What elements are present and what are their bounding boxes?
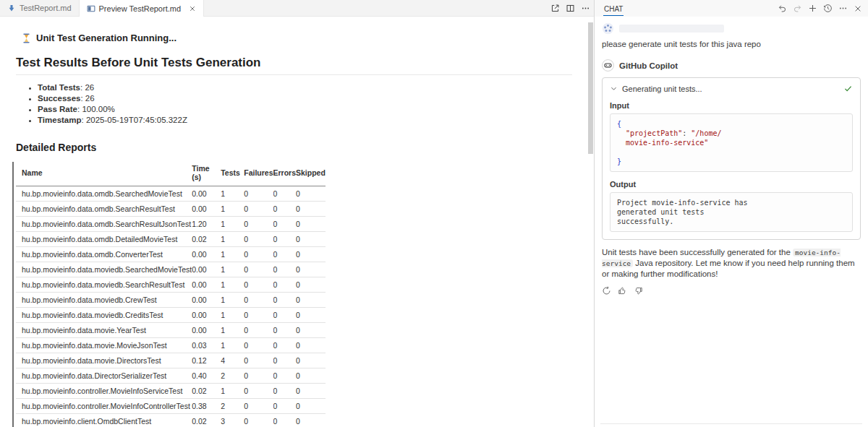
tab-testreport-md[interactable]: TestReport.md [0,0,80,16]
thumbs-down-icon[interactable] [634,286,643,296]
table-row: hu.bp.movieinfo.controller.MovieInfoServ… [16,384,326,399]
close-panel-icon[interactable] [854,4,862,13]
table-row: hu.bp.movieinfo.data.movie.DirectorsTest… [16,353,326,368]
user-avatar [602,22,614,35]
chat-panel-header: CHAT [595,0,868,17]
page-title-text: Unit Test Generation Running... [36,33,176,43]
output-label: Output [610,180,853,189]
page-title: Unit Test Generation Running... [22,33,572,43]
markdown-file-icon [7,4,16,12]
close-tab-icon[interactable] [189,5,196,12]
assistant-name: GitHub Copilot [619,61,678,70]
table-row: hu.bp.movieinfo.data.moviedb.CrewTest 0.… [16,293,326,308]
input-label: Input [610,101,853,110]
summary-item: Pass Rate: 100.00% [38,105,572,113]
editor-group: TestReport.md Preview TestReport.md [0,0,594,427]
output-code-block: Project movie-info-service has generated… [610,192,853,232]
chat-input-divider [600,423,862,424]
editor-tab-bar: TestReport.md Preview TestReport.md [0,0,594,17]
split-editor-icon[interactable] [566,4,575,13]
retry-icon[interactable] [602,286,611,296]
column-header-skipped: Skipped [296,160,326,186]
table-row: hu.bp.movieinfo.data.omdb.SearchResultJs… [16,217,326,232]
table-row: hu.bp.movieinfo.data.omdb.DetailedMovieT… [16,232,326,247]
chat-panel-tab[interactable]: CHAT [603,1,624,16]
table-row: hu.bp.movieinfo.data.omdb.SearchedMovieT… [16,186,326,202]
table-row: hu.bp.movieinfo.data.moviedb.SearchedMov… [16,262,326,277]
open-changes-icon[interactable] [550,4,560,13]
json-value: "/home/ [691,129,721,137]
reports-table: Name Time (s) Tests Failures Errors Skip… [16,160,326,427]
column-header-failures: Failures [244,160,273,186]
user-message-header [602,22,861,35]
assistant-response: Unit tests have been successfully genera… [602,247,861,280]
chat-body: please generate unit tests for this java… [595,17,868,296]
hourglass-icon [22,33,31,43]
json-brace: { [617,120,621,128]
history-icon[interactable] [823,4,833,13]
response-feedback-bar [602,286,861,296]
summary-item: Total Tests: 26 [38,83,572,92]
output-line: Project movie-info-service has [617,198,846,207]
json-brace: } [617,158,621,165]
summary-list: Total Tests: 26Successes: 26Pass Rate: 1… [16,83,572,124]
redo-icon[interactable] [793,4,802,13]
table-row: hu.bp.movieinfo.data.moviedb.SearchResul… [16,277,326,293]
table-header-row: Name Time (s) Tests Failures Errors Skip… [16,160,326,186]
markdown-preview: Unit Test Generation Running... Test Res… [0,17,594,427]
output-line: successfully. [617,217,846,226]
json-colon: : [682,129,691,137]
table-row: hu.bp.movieinfo.client.OmdbClientTest 0.… [16,414,326,427]
more-icon[interactable] [838,4,848,13]
copilot-avatar-icon [602,59,614,72]
user-message: please generate unit tests for this java… [602,40,861,48]
input-code-block: { "projectPath": "/home/ movie-info-serv… [610,113,853,172]
column-header-time: Time (s) [192,160,221,186]
tool-invocation-card: Generating unit tests... Input { "projec… [602,77,861,240]
vscode-window: TestReport.md Preview TestReport.md [0,0,868,427]
table-row: hu.bp.movieinfo.data.omdb.ConverterTest … [16,247,326,262]
table-row: hu.bp.movieinfo.controller.MovieInfoCont… [16,399,326,414]
chat-actions [778,4,868,13]
json-key: "projectPath" [626,129,682,137]
table-row: hu.bp.movieinfo.data.movie.MovieJsonTest… [16,338,326,353]
assistant-message-header: GitHub Copilot [602,59,861,72]
summary-item: Timestamp: 2025-05-19T07:45:05.322Z [38,116,572,124]
tab-label: TestReport.md [20,4,72,12]
output-line: generated unit tests [617,207,846,217]
summary-item: Successes: 26 [38,94,572,103]
response-text: Java repository. Let me know if you need… [602,259,855,278]
tool-header-text: Generating unit tests... [622,85,702,93]
more-actions-icon[interactable] [581,4,590,13]
reports-title: Detailed Reports [16,142,572,153]
column-header-name: Name [16,160,192,186]
chat-panel: CHAT [594,0,868,427]
chevron-down-icon [610,85,618,92]
markdown-preview-icon [87,4,95,13]
markdown-content: Unit Test Generation Running... Test Res… [0,17,594,427]
undo-icon[interactable] [778,4,787,13]
column-header-errors: Errors [273,160,297,186]
table-row: hu.bp.movieinfo.data.DirectorSerializerT… [16,368,326,384]
column-header-tests: Tests [221,160,244,186]
response-text: Unit tests have been successfully genera… [602,248,793,256]
table-row: hu.bp.movieinfo.data.movie.YearTest 0.00… [16,323,326,338]
tool-header[interactable]: Generating unit tests... [610,84,853,93]
tab-preview-testreport-md[interactable]: Preview TestReport.md [80,0,205,17]
table-row: hu.bp.movieinfo.data.moviedb.CreditsTest… [16,308,326,323]
table-row: hu.bp.movieinfo.data.omdb.SearchResultTe… [16,202,326,217]
check-icon [843,84,853,93]
tab-label: Preview TestReport.md [99,4,182,13]
new-chat-icon[interactable] [808,4,817,13]
json-value: movie-info-service" [626,139,708,147]
editor-actions [550,0,594,16]
thumbs-up-icon[interactable] [618,286,627,296]
editor-scrollbar-thumb[interactable] [588,22,593,154]
user-name-redacted [619,25,724,33]
section-title: Test Results Before Unit Tests Generatio… [16,56,572,75]
